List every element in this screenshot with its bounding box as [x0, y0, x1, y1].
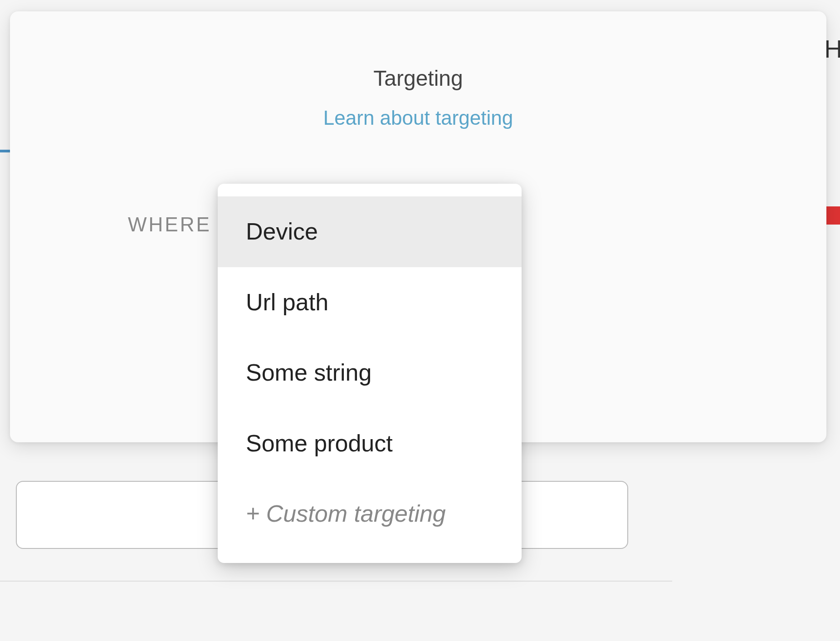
- dropdown-item-some-string[interactable]: Some string: [218, 338, 522, 408]
- where-label: WHERE: [128, 175, 211, 236]
- dropdown-item-custom-targeting[interactable]: + Custom targeting: [218, 479, 522, 549]
- dropdown-item-device[interactable]: Device: [218, 196, 522, 267]
- background-red-indicator: [825, 206, 840, 225]
- panel-title: Targeting: [37, 66, 799, 91]
- targeting-attribute-dropdown[interactable]: Device Url path Some string Some product…: [218, 184, 522, 563]
- learn-about-targeting-link[interactable]: Learn about targeting: [37, 107, 799, 129]
- dropdown-item-url-path[interactable]: Url path: [218, 267, 522, 338]
- background-divider: [0, 581, 672, 582]
- dropdown-item-some-product[interactable]: Some product: [218, 408, 522, 479]
- background-letter-fragment: H: [824, 34, 840, 64]
